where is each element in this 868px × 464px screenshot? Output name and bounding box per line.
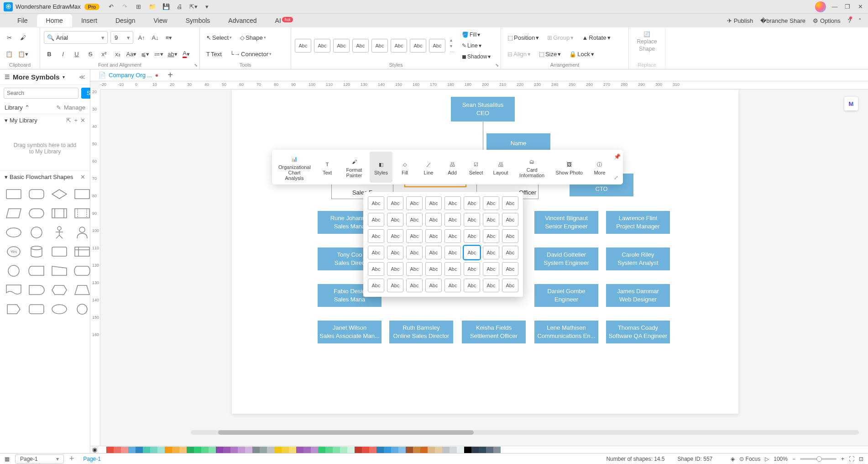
org-david[interactable]: David GottelierSystem Engineer [534,248,598,270]
panel-dropdown-icon[interactable]: ▾ [63,74,65,79]
increase-font-icon[interactable]: A↑ [136,32,147,43]
new-icon[interactable]: ⊞ [135,3,142,11]
copy-icon[interactable]: 📋 [4,48,15,59]
org-janet[interactable]: Janet WilsonSales Associate Man... [318,321,382,343]
color-swatch[interactable] [99,447,106,453]
color-swatch[interactable] [479,447,486,453]
color-swatch[interactable] [384,447,391,453]
shape-trap[interactable] [72,282,92,298]
color-swatch[interactable] [406,447,413,453]
font-launcher-icon[interactable]: ⬊ [194,63,198,68]
close-icon[interactable]: ✕ [856,3,864,11]
play-icon[interactable]: ▷ [765,456,769,462]
color-swatch[interactable] [114,447,121,453]
strike-icon[interactable]: S [85,48,96,59]
shape-internal[interactable] [72,243,92,260]
highlight-icon[interactable]: ab▾ [167,48,178,59]
shape-cylinder[interactable] [26,243,47,260]
collapse-ribbon-icon[interactable]: ˄ [858,17,862,24]
manage-label[interactable]: Manage [64,104,85,111]
shape-circle2[interactable] [4,263,24,279]
style-swatch[interactable]: Abc [425,213,442,227]
style-swatch[interactable]: Abc [502,196,518,210]
color-swatch[interactable] [333,447,340,453]
style-swatch[interactable]: Abc [406,246,423,259]
eyedropper-icon[interactable]: ◉ [92,446,97,453]
group-button[interactable]: ⊞ Group▾ [544,33,576,42]
print-icon[interactable]: 🖨 [176,3,183,11]
color-swatch[interactable] [493,447,501,453]
color-swatch[interactable] [216,447,223,453]
style-swatch[interactable]: Abc [368,213,384,227]
bold-icon[interactable]: B [44,48,55,59]
org-lawrence[interactable]: Lawrence FlintProject Manager [606,211,670,234]
shape-hex[interactable] [49,282,69,298]
org-thomas[interactable]: Thomas CoadySoftware QA Engineer [606,321,670,343]
mylib-add-icon[interactable]: + [74,117,78,124]
cut-icon[interactable]: ✂ [4,32,15,43]
qat-more-icon[interactable]: ▾ [204,3,211,11]
options-button[interactable]: ⚙ Options [813,17,841,24]
ai-side-button[interactable]: M [844,97,858,111]
style-swatch[interactable]: Abc [502,262,518,276]
shape-ellipse[interactable] [4,224,24,241]
case-icon[interactable]: Aa▾ [126,48,137,59]
publish-button[interactable]: ✈ Publish [727,17,753,24]
color-swatch[interactable] [179,447,187,453]
color-swatch[interactable] [150,447,157,453]
shape-actor[interactable] [49,224,69,241]
color-swatch[interactable] [376,447,384,453]
style-swatch[interactable]: Abc [464,279,480,292]
font-color-icon[interactable]: A▾ [181,48,192,59]
style-swatch[interactable]: Abc [406,196,423,210]
user-avatar[interactable] [815,1,826,12]
mylib-drop-zone[interactable]: Drag symbols here to add to My Library [4,129,86,168]
style-swatch[interactable]: Abc [406,279,423,292]
color-swatch[interactable] [362,447,369,453]
page-selector[interactable]: Page-1▾ [15,454,64,464]
style-swatch[interactable]: Abc [387,279,403,292]
mylib-label[interactable]: My Library [10,117,37,124]
color-swatch[interactable] [282,447,289,453]
expand-icon[interactable]: ⤢ [614,174,619,181]
style-swatch[interactable]: Abc [368,229,384,243]
line-button[interactable]: ✎ Line▾ [459,41,493,50]
color-swatch[interactable] [435,447,442,453]
menu-ai[interactable]: AIhot [266,14,303,27]
ctx-card-info[interactable]: 🗂Card Information [514,152,550,183]
shadow-button[interactable]: ◼ Shadow▾ [459,52,493,61]
position-button[interactable]: ⬚ Position▾ [505,33,542,42]
style-swatch[interactable]: Abc [387,196,403,210]
org-ceo[interactable]: Sean StusalitusCEO [451,97,515,121]
undo-icon[interactable]: ↶ [108,3,115,11]
shape-doc[interactable] [4,282,24,298]
zoom-in-icon[interactable]: + [841,456,844,462]
layers-icon[interactable]: ◈ [731,456,735,462]
shape-rect2[interactable] [72,186,92,202]
styles-more-icon[interactable]: ⋯ [450,49,455,54]
color-swatch[interactable] [413,447,420,453]
menu-advanced[interactable]: Advanced [219,14,266,27]
shape-yes[interactable]: Yes [4,243,24,260]
shape-rect[interactable] [4,186,24,202]
shape-user[interactable] [72,224,92,241]
save-icon[interactable]: 💾 [162,3,170,11]
color-swatch[interactable] [457,447,464,453]
color-swatch[interactable] [289,447,296,453]
focus-button[interactable]: ⊙ Focus [739,456,760,462]
ctx-text[interactable]: TText [316,152,339,183]
ctx-show-photo[interactable]: 🖼Show Photo [551,152,587,183]
color-swatch[interactable] [347,447,355,453]
style-swatch[interactable]: Abc [425,196,442,210]
color-swatch[interactable] [252,447,260,453]
select-tool[interactable]: ↖ Select ▾ [204,33,235,42]
styles-dropdown[interactable]: AbcAbcAbcAbcAbcAbcAbcAbcAbcAbcAbcAbcAbcA… [363,192,523,297]
font-size-select[interactable]: 9▾ [110,31,133,44]
align-button[interactable]: ⊟ Align▾ [505,49,533,59]
font-select[interactable]: 🔍Arial▾ [44,31,108,44]
style-swatch[interactable]: Abc [406,213,423,227]
zoom-slider[interactable] [800,458,837,460]
menu-view[interactable]: View [145,14,177,27]
styles-up-icon[interactable]: ▴ [450,37,455,42]
color-swatch[interactable] [325,447,333,453]
